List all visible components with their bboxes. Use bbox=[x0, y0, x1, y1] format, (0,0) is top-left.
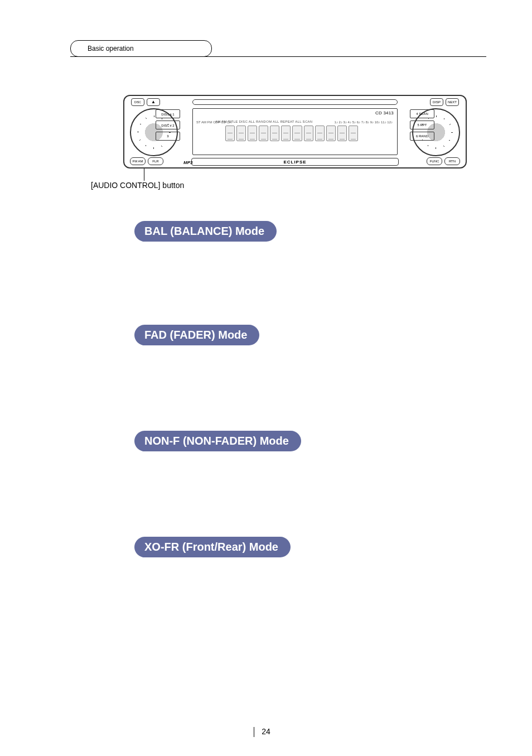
preset-button: 6 RAND bbox=[410, 132, 434, 141]
page-number-value: 24 bbox=[262, 727, 270, 736]
mode-heading-fad: FAD (FADER) Mode bbox=[134, 325, 259, 345]
cd-slot bbox=[192, 99, 398, 105]
segment-digit-icon bbox=[292, 126, 302, 141]
section-tab: Basic operation bbox=[70, 40, 212, 57]
segment-digit-icon bbox=[304, 126, 313, 141]
mode-heading-bal: BAL (BALANCE) Mode bbox=[134, 221, 277, 242]
disc-button-icon: DISC bbox=[131, 98, 144, 106]
preset-button: 5 RPT bbox=[410, 121, 434, 129]
preset-button: DISC∨ 2 bbox=[156, 121, 180, 129]
stereo-faceplate: DISC ▲ DISP NEXT DISC∧ 1 DISC∨ 2 3 4 SCA… bbox=[123, 95, 467, 168]
right-preset-buttons: 4 SCAN 5 RPT 6 RAND bbox=[410, 109, 434, 141]
segment-digit-icon bbox=[236, 126, 246, 141]
stereo-illustration: DISC ▲ DISP NEXT DISC∧ 1 DISC∨ 2 3 4 SCA… bbox=[123, 95, 467, 168]
rtn-button-icon: RTN bbox=[444, 157, 460, 165]
eject-button-icon: ▲ bbox=[147, 98, 160, 106]
lcd-segment-digits bbox=[225, 126, 358, 141]
lcd-preset-grid: 1♪ 2♪ 3♪ 4♪ 5♪ 6♪ 7♪ 8♪ 9♪ 10♪ 11♪ 12♪ bbox=[335, 120, 393, 125]
header-rule bbox=[70, 56, 486, 57]
lcd-display: CD 3413 ST AM FM CDP CD CH AM FM TITLE D… bbox=[192, 108, 398, 155]
flr-button-icon: FLR bbox=[148, 157, 163, 165]
disp-button-icon: DISP bbox=[430, 98, 443, 106]
func-button-icon: FUNC bbox=[427, 157, 442, 165]
left-preset-buttons: DISC∧ 1 DISC∨ 2 3 bbox=[156, 109, 180, 141]
page-number: 24 bbox=[0, 727, 532, 736]
segment-digit-icon bbox=[281, 126, 291, 141]
segment-digit-icon bbox=[270, 126, 279, 141]
mode-heading-xofr: XO-FR (Front/Rear) Mode bbox=[134, 537, 291, 557]
callout-label: [AUDIO CONTROL] button bbox=[91, 181, 184, 190]
segment-digit-icon bbox=[248, 126, 257, 141]
segment-digit-icon bbox=[225, 126, 235, 141]
preset-button: 4 SCAN bbox=[410, 109, 434, 118]
next-button-icon: NEXT bbox=[446, 98, 459, 106]
fm-am-button-icon: FM AM bbox=[130, 157, 146, 165]
model-number: CD 3413 bbox=[375, 110, 394, 115]
segment-digit-icon bbox=[337, 126, 347, 141]
mode-heading-nonf: NON-F (NON-FADER) Mode bbox=[134, 431, 301, 451]
callout-leader-line bbox=[144, 168, 144, 181]
segment-digit-icon bbox=[326, 126, 336, 141]
segment-digit-icon bbox=[259, 126, 268, 141]
preset-button: DISC∧ 1 bbox=[156, 109, 180, 118]
preset-button: 3 bbox=[156, 132, 180, 141]
section-label: Basic operation bbox=[88, 45, 134, 52]
brand-strip: ECLIPSE bbox=[191, 158, 399, 166]
segment-digit-icon bbox=[315, 126, 325, 141]
segment-digit-icon bbox=[349, 126, 358, 141]
brand-label: ECLIPSE bbox=[283, 160, 306, 165]
